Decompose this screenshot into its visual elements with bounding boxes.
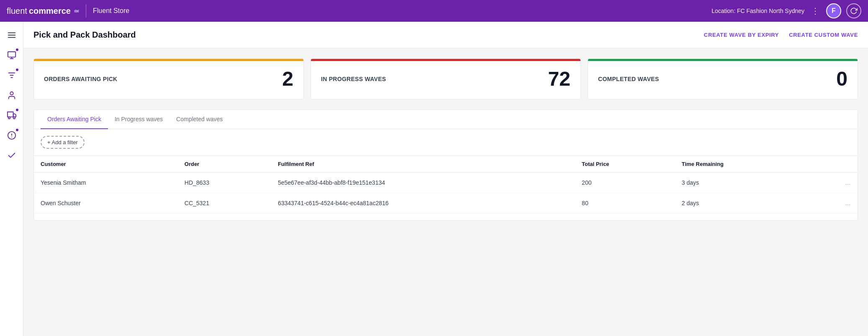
col-customer: Customer [34, 156, 178, 173]
col-total-price: Total Price [575, 156, 675, 173]
store-badge [15, 48, 19, 52]
content-area: ORDERS AWAITING PICK 2 IN PROGRESS WAVES… [23, 48, 868, 231]
add-filter-button[interactable]: + Add a filter [41, 136, 85, 149]
table-row: Owen Schuster CC_5321 63343741-c615-4524… [34, 193, 858, 214]
main-content: Pick and Pack Dashboard CREATE WAVE BY E… [23, 22, 868, 336]
col-order: Order [178, 156, 271, 173]
create-custom-wave-button[interactable]: CREATE CUSTOM WAVE [789, 32, 858, 38]
store-name: Fluent Store [93, 7, 129, 15]
svg-marker-11 [13, 114, 15, 117]
brand-fluent: fluent [7, 6, 27, 16]
col-fulfilment-ref: Fulfilment Ref [271, 156, 575, 173]
table-header: Customer Order Fulfilment Ref Total Pric… [34, 156, 858, 173]
page-title: Pick and Pack Dashboard [33, 30, 136, 40]
cell-total-price-0: 200 [575, 173, 675, 193]
sidebar-item-truck[interactable] [3, 107, 20, 124]
cell-customer-1: Owen Schuster [34, 193, 178, 214]
cell-customer-0: Yesenia Smitham [34, 173, 178, 193]
svg-point-12 [8, 117, 10, 119]
cell-fulfilment-ref-0: 5e5e67ee-af3d-44bb-abf8-f19e151e3134 [271, 173, 575, 193]
stat-label-0: ORDERS AWAITING PICK [44, 76, 117, 82]
brand-tilde: ≃ [74, 7, 79, 15]
sidebar-item-person[interactable] [3, 87, 20, 104]
table-header-row: Customer Order Fulfilment Ref Total Pric… [34, 156, 858, 173]
page-actions: CREATE WAVE BY EXPIRY CREATE CUSTOM WAVE [704, 32, 858, 38]
user-avatar[interactable]: F [826, 3, 841, 18]
tab-completed-waves[interactable]: Completed waves [169, 110, 229, 129]
refresh-button[interactable] [846, 3, 861, 18]
col-time-remaining: Time Remaining [675, 156, 811, 173]
stats-row: ORDERS AWAITING PICK 2 IN PROGRESS WAVES… [33, 59, 858, 99]
table-area: Customer Order Fulfilment Ref Total Pric… [34, 155, 858, 220]
filter-area: + Add a filter [34, 129, 858, 155]
table-row: Yesenia Smitham HD_8633 5e5e67ee-af3d-44… [34, 173, 858, 193]
svg-point-9 [10, 92, 13, 95]
svg-point-13 [13, 117, 15, 119]
brand-logo[interactable]: fluentcommerce≃ [7, 6, 79, 16]
alert-badge [15, 128, 19, 132]
table-body: Yesenia Smitham HD_8633 5e5e67ee-af3d-44… [34, 173, 858, 214]
sidebar-item-filters[interactable] [3, 67, 20, 84]
nav-divider [86, 4, 86, 18]
stat-value-1: 72 [548, 69, 570, 89]
sidebar-item-checkmark[interactable] [3, 147, 20, 164]
stat-value-2: 0 [836, 69, 847, 89]
cell-total-price-1: 80 [575, 193, 675, 214]
stat-card-completed-waves: COMPLETED WAVES 0 [588, 59, 858, 99]
cell-time-remaining-1: 2 days [675, 193, 811, 214]
sidebar-item-store[interactable] [3, 47, 20, 64]
cell-time-remaining-0: 3 days [675, 173, 811, 193]
filters-badge [15, 68, 19, 72]
app-layout: Pick and Pack Dashboard CREATE WAVE BY E… [0, 22, 868, 336]
stat-label-1: IN PROGRESS WAVES [321, 76, 386, 82]
tabs-container: Orders Awaiting Pick In Progress waves C… [33, 109, 858, 221]
create-wave-by-expiry-button[interactable]: CREATE WAVE BY EXPIRY [704, 32, 779, 38]
tab-in-progress-waves[interactable]: In Progress waves [108, 110, 169, 129]
stat-card-in-progress-waves: IN PROGRESS WAVES 72 [311, 59, 581, 99]
location-label: Location: FC Fashion North Sydney [711, 8, 804, 14]
svg-rect-10 [7, 112, 13, 117]
cell-order-0: HD_8633 [178, 173, 271, 193]
cell-more-1[interactable]: … [810, 193, 858, 214]
cell-order-1: CC_5321 [178, 193, 271, 214]
sidebar-hamburger[interactable] [3, 27, 20, 43]
tab-orders-awaiting-pick[interactable]: Orders Awaiting Pick [41, 110, 108, 129]
stat-value-0: 2 [282, 69, 293, 89]
more-options-icon[interactable]: ⋮ [809, 4, 821, 18]
stat-card-orders-awaiting-pick: ORDERS AWAITING PICK 2 [33, 59, 304, 99]
truck-badge [15, 108, 19, 112]
svg-rect-3 [8, 52, 15, 57]
page-header: Pick and Pack Dashboard CREATE WAVE BY E… [23, 22, 868, 48]
stat-label-2: COMPLETED WAVES [598, 76, 659, 82]
brand-commerce: commerce [29, 6, 71, 16]
sidebar-item-alert[interactable] [3, 127, 20, 144]
tabs-nav: Orders Awaiting Pick In Progress waves C… [34, 110, 858, 129]
orders-table: Customer Order Fulfilment Ref Total Pric… [34, 155, 858, 214]
top-navigation: fluentcommerce≃ Fluent Store Location: F… [0, 0, 868, 22]
col-more-actions [810, 156, 858, 173]
sidebar [0, 22, 23, 336]
cell-more-0[interactable]: … [810, 173, 858, 193]
topnav-right: Location: FC Fashion North Sydney ⋮ F [711, 3, 861, 18]
cell-fulfilment-ref-1: 63343741-c615-4524-b44c-ec4a81ac2816 [271, 193, 575, 214]
